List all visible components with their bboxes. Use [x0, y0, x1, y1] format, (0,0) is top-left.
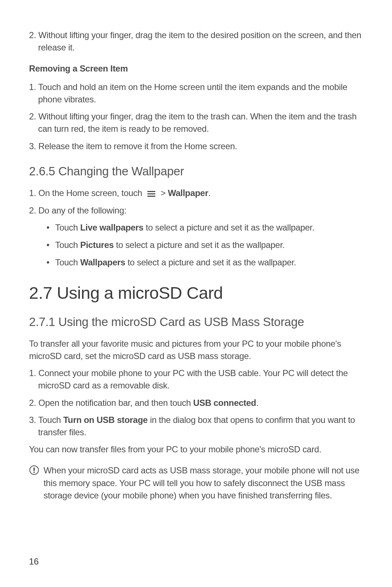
usb-step-2-text-c: .	[256, 398, 258, 408]
svg-point-5	[33, 472, 35, 473]
usb-step-3: 3. Touch Turn on USB storage in the dial…	[29, 414, 363, 438]
heading-271-usb-mass-storage: 2.7.1 Using the microSD Card as USB Mass…	[29, 315, 363, 329]
bullet-live-bold: Live wallpapers	[80, 223, 143, 232]
heading-265-changing-wallpaper: 2.6.5 Changing the Wallpaper	[29, 164, 363, 178]
svg-rect-2	[147, 196, 155, 197]
wallpaper-step-1-text-d: .	[208, 188, 211, 198]
bullet-pictures-bold: Pictures	[80, 240, 114, 250]
bullet-wallpapers: Touch Wallpapers to select a picture and…	[29, 256, 363, 269]
bullet-live-text-a: Touch	[55, 223, 80, 232]
bullet-pictures-text-a: Touch	[55, 240, 80, 250]
usb-step-2-text-a: 2. Open the notification bar, and then t…	[29, 398, 193, 408]
wallpaper-step-2: 2. Do any of the following:	[29, 204, 363, 217]
heading-removing-screen-item: Removing a Screen Item	[29, 64, 363, 74]
bullet-wallpapers-text-c: to select a picture and set it as the wa…	[125, 257, 296, 267]
caution-text: When your microSD card acts as USB mass …	[44, 464, 363, 502]
bullet-pictures: Touch Pictures to select a picture and s…	[29, 239, 363, 251]
usb-step-3-text-a: 3. Touch	[29, 415, 63, 425]
usb-outro-paragraph: You can now transfer files from your PC …	[29, 443, 363, 456]
usb-step-3-bold: Turn on USB storage	[63, 415, 148, 425]
heading-27-using-microsd: 2.7 Using a microSD Card	[29, 283, 363, 303]
svg-rect-0	[147, 191, 155, 192]
bullet-live-text-c: to select a picture and set it as the wa…	[143, 223, 314, 232]
removing-step-3: 3. Release the item to remove it from th…	[29, 140, 363, 152]
wallpaper-step-1-text-b: >	[158, 188, 168, 198]
removing-step-1: 1. Touch and hold an item on the Home sc…	[29, 81, 363, 105]
step-2-move-item: 2. Without lifting your finger, drag the…	[29, 29, 363, 53]
usb-step-2: 2. Open the notification bar, and then t…	[29, 397, 363, 409]
bullet-pictures-text-c: to select a picture and set it as the wa…	[114, 240, 285, 250]
caution-block: When your microSD card acts as USB mass …	[29, 464, 363, 502]
bullet-wallpapers-bold: Wallpapers	[80, 257, 125, 267]
usb-intro-paragraph: To transfer all your favorite music and …	[29, 338, 363, 362]
bullet-live-wallpapers: Touch Live wallpapers to select a pictur…	[29, 221, 363, 234]
wallpaper-step-1: 1. On the Home screen, touch > Wallpaper…	[29, 187, 363, 199]
removing-step-2: 2. Without lifting your finger, drag the…	[29, 110, 363, 135]
usb-step-2-bold: USB connected	[193, 398, 256, 408]
wallpaper-step-1-text-a: 1. On the Home screen, touch	[29, 188, 144, 198]
svg-rect-4	[33, 467, 34, 471]
page-number: 16	[29, 557, 39, 567]
svg-rect-1	[147, 193, 155, 194]
usb-step-1: 1. Connect your mobile phone to your PC …	[29, 367, 363, 391]
bullet-wallpapers-text-a: Touch	[55, 257, 80, 267]
caution-icon	[29, 464, 44, 502]
wallpaper-step-1-bold: Wallpaper	[168, 188, 208, 198]
menu-icon	[147, 190, 156, 197]
